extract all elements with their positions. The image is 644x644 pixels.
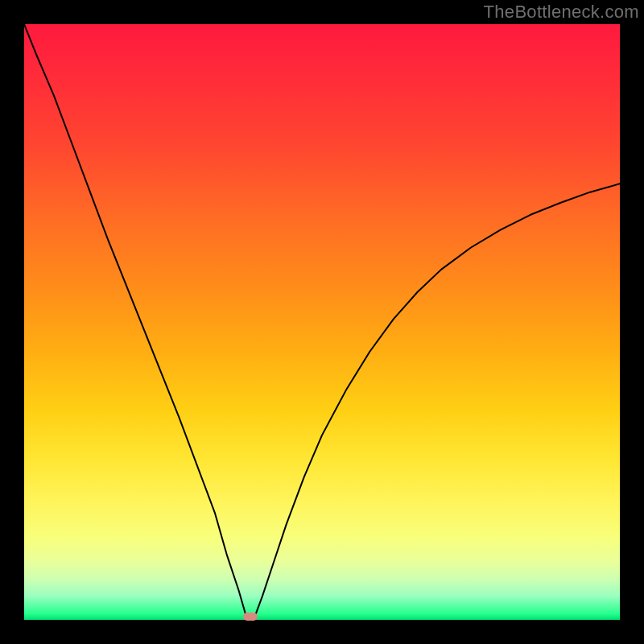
chart-frame: TheBottleneck.com	[0, 0, 644, 644]
curve-right	[254, 184, 620, 617]
minimum-marker	[243, 613, 258, 621]
curve-left	[24, 24, 246, 617]
curve-svg	[24, 24, 620, 620]
plot-area	[24, 24, 620, 620]
watermark-text: TheBottleneck.com	[484, 2, 639, 23]
